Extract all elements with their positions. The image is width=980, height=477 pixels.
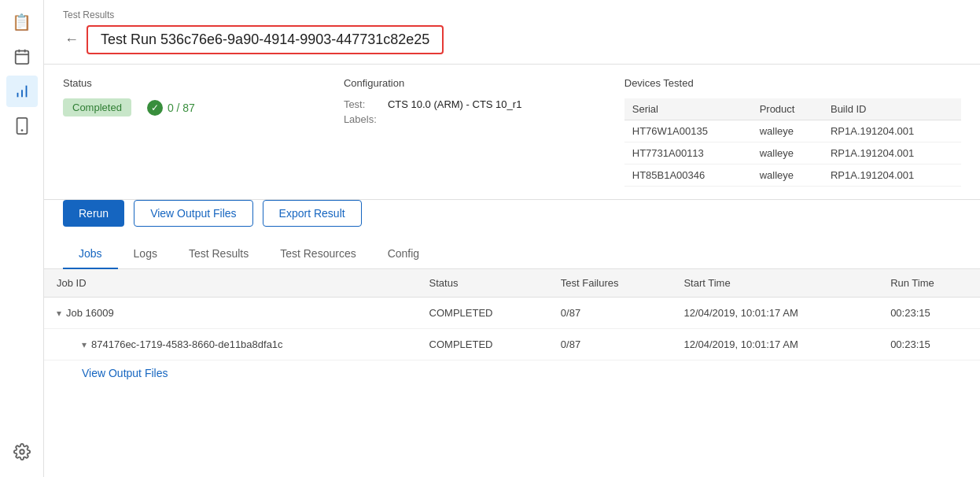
jobs-table: Job ID Status Test Failures Start Time R…	[44, 269, 980, 361]
gear-icon[interactable]	[6, 436, 38, 468]
job-run-time: 00:23:15	[878, 298, 980, 329]
action-row: Rerun View Output Files Export Result	[44, 200, 980, 239]
rerun-button[interactable]: Rerun	[63, 200, 124, 227]
devices-col-serial: Serial	[624, 98, 752, 120]
job-id-cell: ▾ Job 16009	[44, 298, 417, 329]
job-id-value: Job 16009	[66, 307, 114, 319]
table-row: ▾ Job 16009 COMPLETED 0/87 12/04/2019, 1…	[44, 298, 980, 329]
title-row: ← Test Run 536c76e6-9a90-4914-9903-44773…	[63, 25, 961, 54]
sidebar: 📋	[0, 0, 44, 477]
devices-table: Serial Product Build ID HT76W1A00135 wal…	[624, 98, 961, 187]
export-result-button[interactable]: Export Result	[263, 200, 362, 227]
col-start-time: Start Time	[671, 269, 878, 298]
config-test-row: Test: CTS 10.0 (ARM) - CTS 10_r1	[344, 98, 624, 110]
main-content: Test Results ← Test Run 536c76e6-9a90-49…	[44, 0, 980, 477]
job-run-time: 00:23:15	[878, 329, 980, 361]
pass-count: ✓ 0 / 87	[147, 100, 195, 116]
chart-icon[interactable]	[6, 76, 38, 107]
page-title: Test Run 536c76e6-9a90-4914-9903-447731c…	[87, 25, 444, 54]
clipboard-icon[interactable]: 📋	[6, 6, 38, 38]
header: Test Results ← Test Run 536c76e6-9a90-49…	[44, 0, 980, 65]
col-status: Status	[417, 269, 548, 298]
device-build-id: RP1A.191204.001	[823, 142, 961, 165]
svg-rect-0	[15, 51, 28, 65]
devices-block: Devices Tested Serial Product Build ID H…	[624, 77, 961, 187]
device-build-id: RP1A.191204.001	[823, 120, 961, 142]
phone-icon[interactable]	[6, 110, 38, 142]
table-row: ▾ 874176ec-1719-4583-8660-de11ba8dfa1c C…	[44, 329, 980, 361]
check-circle-icon: ✓	[147, 100, 163, 116]
tab-test-results[interactable]: Test Results	[173, 239, 264, 269]
col-failures: Test Failures	[548, 269, 672, 298]
chevron-icon[interactable]: ▾	[82, 339, 87, 350]
devices-col-build: Build ID	[823, 98, 961, 120]
pass-count-value: 0 / 87	[168, 102, 195, 114]
status-badge: Completed	[63, 98, 131, 116]
view-output-button[interactable]: View Output Files	[134, 200, 252, 227]
config-test-key: Test:	[344, 98, 383, 110]
chevron-icon[interactable]: ▾	[57, 308, 61, 319]
config-labels-row: Labels:	[344, 113, 624, 125]
config-block: Configuration Test: CTS 10.0 (ARM) - CTS…	[344, 77, 624, 187]
status-block: Status Completed ✓ 0 / 87	[63, 77, 344, 187]
config-labels-key: Labels:	[344, 113, 383, 125]
tab-jobs[interactable]: Jobs	[63, 239, 118, 269]
svg-point-9	[20, 449, 24, 454]
device-serial: HT85B1A00346	[624, 165, 752, 187]
back-button[interactable]: ←	[63, 30, 80, 50]
breadcrumb: Test Results	[63, 9, 961, 20]
device-product: walleye	[752, 142, 823, 165]
view-output-files-link[interactable]: View Output Files	[44, 361, 980, 386]
device-serial: HT7731A00113	[624, 142, 752, 165]
status-label: Status	[63, 77, 344, 89]
job-start-time: 12/04/2019, 10:01:17 AM	[671, 329, 878, 361]
tab-test-resources[interactable]: Test Resources	[264, 239, 371, 269]
device-product: walleye	[752, 165, 823, 187]
device-build-id: RP1A.191204.001	[823, 165, 961, 187]
job-status: COMPLETED	[417, 298, 548, 329]
devices-col-product: Product	[752, 98, 823, 120]
col-run-time: Run Time	[878, 269, 980, 298]
tab-logs[interactable]: Logs	[118, 239, 173, 269]
tabs: JobsLogsTest ResultsTest ResourcesConfig	[44, 239, 980, 269]
calendar-icon[interactable]	[6, 41, 38, 72]
col-job-id: Job ID	[44, 269, 417, 298]
jobs-section: Job ID Status Test Failures Start Time R…	[44, 269, 980, 477]
job-failures: 0/87	[548, 329, 672, 361]
svg-rect-7	[17, 118, 27, 134]
table-row: HT7731A00113 walleye RP1A.191204.001	[624, 142, 961, 165]
job-id-cell: ▾ 874176ec-1719-4583-8660-de11ba8dfa1c	[44, 329, 417, 361]
config-test-val: CTS 10.0 (ARM) - CTS 10_r1	[388, 98, 522, 110]
table-row: HT85B1A00346 walleye RP1A.191204.001	[624, 165, 961, 187]
tab-config[interactable]: Config	[372, 239, 435, 269]
device-serial: HT76W1A00135	[624, 120, 752, 142]
config-label: Configuration	[344, 77, 624, 89]
job-status: COMPLETED	[417, 329, 548, 361]
info-section: Status Completed ✓ 0 / 87 Configuration …	[44, 65, 980, 200]
table-row: HT76W1A00135 walleye RP1A.191204.001	[624, 120, 961, 142]
job-start-time: 12/04/2019, 10:01:17 AM	[671, 298, 878, 329]
job-failures: 0/87	[548, 298, 672, 329]
devices-label: Devices Tested	[624, 77, 961, 89]
job-id-value: 874176ec-1719-4583-8660-de11ba8dfa1c	[91, 338, 283, 350]
device-product: walleye	[752, 120, 823, 142]
